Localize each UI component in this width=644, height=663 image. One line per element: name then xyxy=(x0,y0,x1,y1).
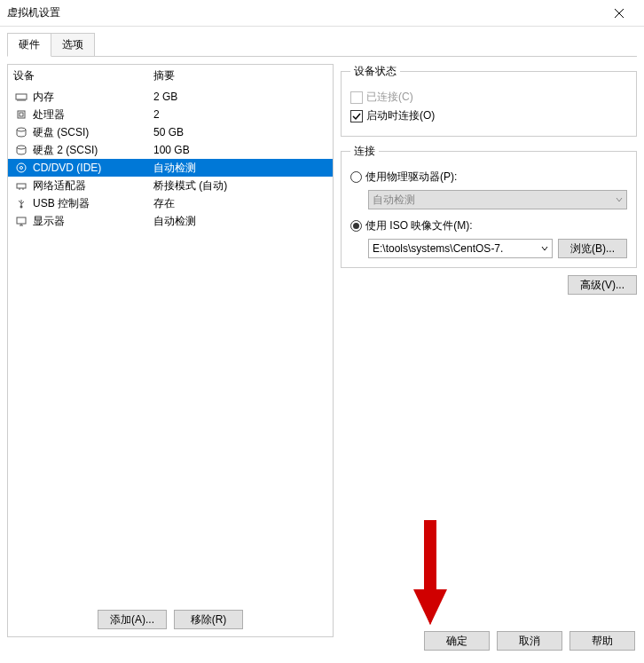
hardware-buttons: 添加(A)... 移除(R) xyxy=(8,603,333,636)
hardware-row-summary: 100 GB xyxy=(153,144,327,156)
hardware-row-cd[interactable]: CD/DVD (IDE)自动检测 xyxy=(8,159,333,177)
right-panel: 设备状态 已连接(C) 启动时连接(O) 连接 使用物理驱动器(P): 自动检测 xyxy=(341,64,637,637)
advanced-row: 高级(V)... xyxy=(341,275,637,295)
hardware-row-name: 内存 xyxy=(33,90,153,105)
hardware-row-disk[interactable]: 硬盘 (SCSI)50 GB xyxy=(8,123,333,141)
svg-rect-9 xyxy=(20,113,23,116)
hardware-row-name: 显示器 xyxy=(33,214,153,229)
titlebar: 虚拟机设置 xyxy=(0,0,644,27)
remove-button[interactable]: 移除(R) xyxy=(174,610,243,629)
chevron-down-icon xyxy=(616,196,623,203)
dialog-buttons: 确定 取消 帮助 xyxy=(424,631,644,659)
iso-dropdown-value: E:\tools\systems\CentOS-7. xyxy=(373,242,503,255)
disk-icon xyxy=(13,126,29,138)
tab-hardware[interactable]: 硬件 xyxy=(7,33,51,57)
cancel-button[interactable]: 取消 xyxy=(497,631,562,651)
hardware-row-name: 硬盘 (SCSI) xyxy=(33,125,153,140)
iso-radio[interactable] xyxy=(350,220,362,232)
header-summary: 摘要 xyxy=(153,68,327,83)
connection-group: 连接 使用物理驱动器(P): 自动检测 使用 ISO 映像文件(M): E:\t… xyxy=(341,144,637,268)
hardware-row-summary: 2 xyxy=(153,108,327,121)
tab-border xyxy=(7,56,637,57)
svg-rect-8 xyxy=(18,111,25,118)
hardware-row-cpu[interactable]: 处理器2 xyxy=(8,106,333,123)
connected-label: 已连接(C) xyxy=(366,90,413,105)
physical-radio[interactable] xyxy=(350,171,362,183)
close-button[interactable] xyxy=(601,0,637,27)
hardware-list: 内存2 GB处理器2硬盘 (SCSI)50 GB硬盘 2 (SCSI)100 G… xyxy=(8,88,333,603)
usb-icon xyxy=(13,197,29,209)
advanced-button[interactable]: 高级(V)... xyxy=(568,275,637,295)
display-icon xyxy=(13,215,29,227)
hardware-row-summary: 50 GB xyxy=(153,126,327,138)
svg-rect-2 xyxy=(16,94,27,99)
iso-label: 使用 ISO 映像文件(M): xyxy=(365,218,473,233)
poweron-label: 启动时连接(O) xyxy=(366,108,435,123)
iso-dropdown[interactable]: E:\tools\systems\CentOS-7. xyxy=(368,239,553,258)
connection-legend: 连接 xyxy=(350,144,379,159)
physical-dropdown-row: 自动检测 xyxy=(350,190,627,209)
tabs: 硬件 选项 xyxy=(0,27,644,56)
physical-dropdown: 自动检测 xyxy=(368,190,627,209)
cpu-icon xyxy=(13,108,29,121)
hardware-row-summary: 桥接模式 (自动) xyxy=(153,178,327,193)
connected-checkbox xyxy=(350,91,363,104)
svg-point-12 xyxy=(17,163,26,172)
check-icon xyxy=(352,112,361,121)
hardware-row-name: USB 控制器 xyxy=(33,196,153,211)
net-icon xyxy=(13,179,29,192)
hardware-panel: 设备 摘要 内存2 GB处理器2硬盘 (SCSI)50 GB硬盘 2 (SCSI… xyxy=(7,64,334,637)
hardware-row-display[interactable]: 显示器自动检测 xyxy=(8,212,333,230)
memory-icon xyxy=(13,91,29,103)
ok-button[interactable]: 确定 xyxy=(424,631,490,651)
connected-row: 已连接(C) xyxy=(350,90,627,105)
hardware-row-summary: 自动检测 xyxy=(153,161,327,176)
svg-point-11 xyxy=(17,146,26,149)
disk-icon xyxy=(13,144,29,156)
hardware-row-summary: 自动检测 xyxy=(153,214,327,229)
radio-dot-icon xyxy=(353,223,359,229)
hardware-row-name: 网络适配器 xyxy=(33,178,153,193)
iso-radio-row: 使用 ISO 映像文件(M): xyxy=(350,218,627,233)
hardware-row-name: 处理器 xyxy=(33,107,153,122)
add-button[interactable]: 添加(A)... xyxy=(98,610,167,629)
physical-dropdown-value: 自动检测 xyxy=(373,193,415,208)
hardware-row-name: 硬盘 2 (SCSI) xyxy=(33,143,153,158)
hardware-row-name: CD/DVD (IDE) xyxy=(33,162,153,174)
window-title: 虚拟机设置 xyxy=(7,5,601,20)
physical-radio-row: 使用物理驱动器(P): xyxy=(350,170,627,185)
cd-icon xyxy=(13,162,29,174)
chevron-down-icon xyxy=(541,245,548,252)
poweron-row: 启动时连接(O) xyxy=(350,108,627,123)
svg-rect-14 xyxy=(17,184,26,188)
device-status-legend: 设备状态 xyxy=(350,64,400,79)
physical-label: 使用物理驱动器(P): xyxy=(365,170,457,185)
iso-file-row: E:\tools\systems\CentOS-7. 浏览(B)... xyxy=(350,239,627,258)
svg-point-10 xyxy=(17,128,26,131)
close-icon xyxy=(614,8,624,19)
content: 设备 摘要 内存2 GB处理器2硬盘 (SCSI)50 GB硬盘 2 (SCSI… xyxy=(0,57,644,644)
device-status-group: 设备状态 已连接(C) 启动时连接(O) xyxy=(341,64,637,137)
hardware-row-disk[interactable]: 硬盘 2 (SCSI)100 GB xyxy=(8,141,333,159)
hardware-row-usb[interactable]: USB 控制器存在 xyxy=(8,194,333,212)
poweron-checkbox[interactable] xyxy=(350,110,363,122)
svg-rect-21 xyxy=(17,217,26,224)
hardware-row-memory[interactable]: 内存2 GB xyxy=(8,88,333,106)
hardware-table-header: 设备 摘要 xyxy=(8,65,333,88)
browse-button[interactable]: 浏览(B)... xyxy=(558,239,627,258)
header-device: 设备 xyxy=(13,68,153,83)
hardware-row-summary: 存在 xyxy=(153,196,327,211)
hardware-row-summary: 2 GB xyxy=(153,91,327,103)
hardware-row-net[interactable]: 网络适配器桥接模式 (自动) xyxy=(8,177,333,194)
tab-options[interactable]: 选项 xyxy=(51,33,95,57)
help-button[interactable]: 帮助 xyxy=(569,631,635,651)
svg-point-13 xyxy=(20,167,23,170)
